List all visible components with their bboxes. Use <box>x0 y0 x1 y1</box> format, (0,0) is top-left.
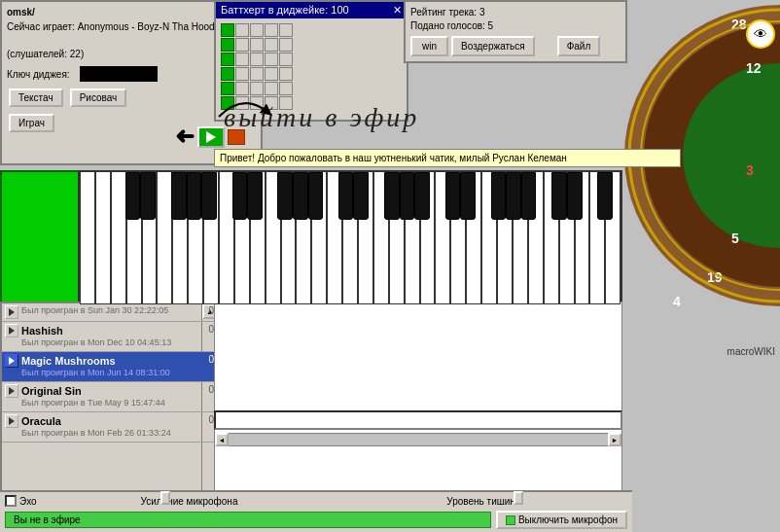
piano-white-key[interactable] <box>513 172 528 304</box>
track-name-original-sin: Original Sin <box>21 384 202 398</box>
piano-white-key[interactable] <box>342 172 358 304</box>
track-play-button-original-sin[interactable] <box>5 384 18 398</box>
beathart-cell <box>235 23 249 37</box>
dj-panel-title: omsk/ <box>7 7 35 18</box>
macro-wiki-label: macroWIKI <box>727 346 775 357</box>
track-play-button-1[interactable] <box>5 305 18 319</box>
piano-white-key[interactable] <box>575 172 590 304</box>
beathart-close[interactable]: ✕ <box>393 4 402 17</box>
piano-white-key[interactable] <box>420 172 436 304</box>
piano-white-key[interactable] <box>389 172 405 304</box>
abstain-button[interactable]: Воздержаться <box>451 36 535 56</box>
chat-welcome-text: Привет! Добро пожаловать в наш уютненьки… <box>220 153 567 163</box>
h-scroll-right-button[interactable]: ► <box>608 433 621 446</box>
piano-white-key[interactable] <box>111 172 126 304</box>
horizontal-scrollbar[interactable]: ◄ ► <box>214 433 622 446</box>
beathart-cell <box>221 23 234 37</box>
player-button[interactable]: Играч <box>9 114 54 132</box>
arrow-icon: ➜ <box>175 124 195 151</box>
piano-white-key[interactable] <box>373 172 389 304</box>
track-counter-magic-mushrooms: 0 <box>202 354 214 365</box>
file-button[interactable]: Файл <box>557 36 601 56</box>
beathart-cell <box>250 53 264 66</box>
piano-white-key[interactable] <box>528 172 544 304</box>
piano-white-key[interactable] <box>95 172 111 304</box>
piano-white-key[interactable] <box>450 172 466 304</box>
piano-white-key[interactable] <box>497 172 513 304</box>
track-subtitle-hashish: Был проигран в Mon Dec 10 04:45:13 <box>21 337 202 349</box>
beathart-cell <box>279 23 293 37</box>
piano-white-key[interactable] <box>311 172 327 304</box>
text-button[interactable]: Текстач <box>9 89 63 107</box>
track-info-hashish: Hashish Был проигран в Mon Dec 10 04:45:… <box>21 324 202 349</box>
control-row: ➜ <box>175 124 245 151</box>
beathart-cell <box>265 23 278 37</box>
piano-white-key[interactable] <box>234 172 250 304</box>
beathart-cell <box>279 38 293 52</box>
mic-boost-label: Усиление микрофона <box>141 496 238 507</box>
rating-buttons: win Воздержаться Файл <box>410 36 620 56</box>
piano-white-key[interactable] <box>203 172 219 304</box>
artist-button[interactable]: Рисовач <box>70 89 127 107</box>
piano-white-key[interactable] <box>327 172 342 304</box>
piano-white-key[interactable] <box>466 172 481 304</box>
h-scroll-left-button[interactable]: ◄ <box>215 433 229 446</box>
play-button[interactable] <box>197 126 225 148</box>
echo-check-box[interactable] <box>5 495 17 507</box>
piano-white-key[interactable] <box>188 172 203 304</box>
piano-white-key[interactable] <box>126 172 142 304</box>
track-play-button-hashish[interactable] <box>5 324 18 337</box>
svg-text:5: 5 <box>731 231 739 246</box>
chat-welcome: Привет! Добро пожаловать в наш уютненьки… <box>214 149 681 167</box>
track-play-icon <box>9 327 15 335</box>
beathart-cell <box>265 96 278 110</box>
track-counter-oracula: 0 <box>202 414 214 425</box>
piano-white-key[interactable] <box>157 172 172 304</box>
track-play-button-oracula[interactable] <box>5 414 18 428</box>
beathart-cell <box>265 53 278 66</box>
slider-row: Эхо Усиление микрофона Уровень тишины <box>5 495 627 507</box>
beathart-cell <box>279 96 293 110</box>
piano-white-key[interactable] <box>589 172 605 304</box>
track-name-hashish: Hashish <box>21 324 202 337</box>
beathart-cell <box>235 96 249 110</box>
mute-button[interactable]: Выключить микрофон <box>496 511 627 529</box>
piano-white-key[interactable] <box>266 172 281 304</box>
piano-white-key[interactable] <box>559 172 575 304</box>
silence-label: Уровень тишины <box>446 496 522 507</box>
piano-white-key[interactable] <box>605 172 620 304</box>
playlist-track-1: Был проигран в Sun Jan 30 22:22:05 0 <box>2 303 217 322</box>
message-input[interactable] <box>214 410 622 430</box>
listeners-label: (слушателей: 22) <box>7 49 84 59</box>
piano-white-key[interactable] <box>405 172 420 304</box>
track-play-button-magic-mushrooms[interactable] <box>5 354 18 368</box>
track-info-magic-mushrooms: Magic Mushrooms Был проигран в Mon Jun 1… <box>21 354 202 379</box>
echo-checkbox[interactable]: Эхо <box>5 495 37 507</box>
piano-white-key[interactable] <box>544 172 559 304</box>
piano-white-key[interactable] <box>435 172 450 304</box>
track-info-1: Был проигран в Sun Jan 30 22:22:05 <box>21 305 202 317</box>
status-text: Вы не в эфире <box>5 512 491 528</box>
beathart-cell <box>235 82 249 95</box>
win-button[interactable]: win <box>410 36 448 56</box>
right-content-panel <box>214 301 622 511</box>
beathart-cell <box>235 53 249 66</box>
piano-white-key[interactable] <box>281 172 297 304</box>
piano-white-key[interactable] <box>481 172 497 304</box>
playlist-track-hashish: Hashish Был проигран в Mon Dec 10 04:45:… <box>2 322 217 352</box>
piano-white-key[interactable] <box>142 172 158 304</box>
beathart-title: Баттхерт в диджейке: 100 <box>221 4 349 17</box>
silence-slider-thumb[interactable] <box>514 491 523 505</box>
mic-boost-slider-thumb[interactable] <box>160 491 170 505</box>
echo-label: Эхо <box>19 496 37 507</box>
piano-white-key[interactable] <box>80 172 95 304</box>
piano-white-key[interactable] <box>250 172 266 304</box>
piano-white-key[interactable] <box>172 172 188 304</box>
piano-white-key[interactable] <box>296 172 311 304</box>
rating-panel: Рейтинг трека: 3 Подано голосов: 5 win В… <box>404 0 627 63</box>
h-scroll-track[interactable] <box>229 434 608 445</box>
piano-white-key[interactable] <box>219 172 234 304</box>
playlist-panel: ▲ ▼ Был проигран в Sun Jan 30 22:22:05 0… <box>0 301 219 511</box>
piano-white-key[interactable] <box>358 172 373 304</box>
mic-boost-container: Усиление микрофона <box>47 496 333 507</box>
